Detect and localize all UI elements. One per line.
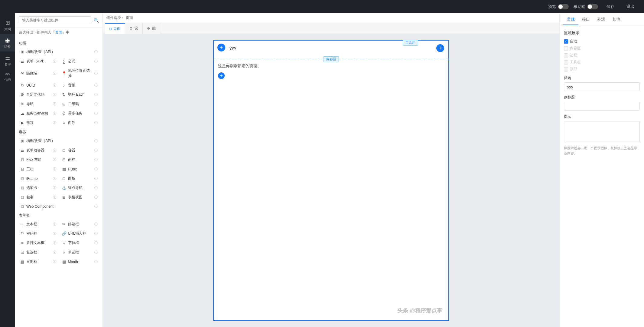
info-icon[interactable]: ⓘ [53, 241, 56, 245]
list-item[interactable]: □ 面板 ⓘ [59, 174, 100, 183]
info-icon[interactable]: ⓘ [53, 157, 56, 162]
sidebar-item-code[interactable]: </> 代码 [0, 69, 15, 84]
list-item[interactable]: □ 包裹 ⓘ [18, 193, 59, 202]
list-item[interactable]: ☰ 表单（API） ⓘ [18, 57, 59, 66]
list-item[interactable]: ▶ 视频 ⓘ [18, 118, 59, 127]
list-item[interactable]: □ iFrame ⓘ [18, 174, 59, 183]
checkbox-top-box[interactable] [564, 67, 568, 71]
info-icon[interactable]: ⓘ [53, 71, 56, 76]
list-item[interactable]: ⚓ 锚点导航 ⓘ [59, 183, 100, 192]
list-item[interactable]: ⊡ 选项卡 ⓘ [18, 183, 59, 192]
info-icon[interactable]: ⓘ [53, 121, 56, 125]
list-item[interactable]: 👁 隐藏域 ⓘ [18, 66, 59, 80]
info-icon[interactable]: ⓘ [94, 157, 98, 162]
info-icon[interactable]: ⓘ [53, 167, 56, 171]
sidebar-item-dashboard[interactable]: ⊞ 大纲 [0, 16, 15, 34]
info-icon[interactable]: ⓘ [94, 102, 98, 106]
tab-other[interactable]: 其他 [609, 17, 624, 25]
list-item[interactable]: ▽ 下拉框 ⓘ [59, 239, 100, 247]
list-item[interactable]: ♪ 音频 ⓘ [59, 81, 100, 90]
info-icon[interactable]: ⓘ [94, 50, 98, 54]
list-item[interactable]: □ Web Component ⓘ [18, 202, 100, 210]
info-icon[interactable]: ⓘ [53, 176, 56, 181]
hint-textarea[interactable] [564, 121, 640, 142]
checkbox-toolbar-box[interactable] [564, 60, 568, 64]
list-item[interactable]: ≡ 导航 ⓘ [18, 100, 59, 108]
list-item[interactable]: ☁ 服务(Service) ⓘ [18, 109, 59, 118]
tab-ability[interactable]: ⚙ 能 [143, 23, 160, 34]
info-icon[interactable]: ⓘ [53, 259, 56, 264]
info-icon[interactable]: ⓘ [94, 139, 98, 143]
tab-interface[interactable]: 接口 [578, 17, 594, 25]
info-icon[interactable]: ⓘ [53, 102, 56, 106]
save-button[interactable]: 保存 [603, 3, 618, 11]
tab-settings[interactable]: ⚙ 设 [125, 23, 143, 34]
title-input[interactable] [564, 82, 640, 91]
info-icon[interactable]: ⓘ [94, 176, 98, 181]
search-input[interactable] [19, 16, 91, 24]
info-icon[interactable]: ⓘ [94, 231, 98, 236]
add-page-top-button[interactable]: + [217, 44, 225, 51]
tab-regular[interactable]: 常规 [563, 17, 578, 25]
exit-button[interactable]: 退出 [623, 3, 638, 11]
search-icon[interactable]: 🔍 [94, 18, 99, 23]
list-item[interactable]: ** 密码框 ⓘ [18, 229, 59, 238]
info-icon[interactable]: ⓘ [94, 259, 98, 264]
info-icon[interactable]: ⓘ [94, 241, 98, 245]
list-item[interactable]: ⊟ 三栏 ⓘ [18, 165, 59, 173]
info-icon[interactable]: ⓘ [53, 186, 56, 190]
info-icon[interactable]: ⓘ [94, 71, 98, 76]
info-icon[interactable]: ⓘ [94, 167, 98, 171]
mobile-toggle[interactable] [587, 4, 598, 9]
list-item[interactable]: ▦ 日期框 ⓘ [18, 257, 59, 266]
list-item[interactable]: ☰ 表单项容器 ⓘ [18, 146, 59, 155]
list-item[interactable]: ○ 单选框 ⓘ [59, 248, 100, 257]
info-icon[interactable]: ⓘ [94, 204, 98, 209]
list-item[interactable]: ▦ Month ⓘ [59, 257, 100, 266]
list-item[interactable]: ⊞ 增删/改查（API） ⓘ [18, 48, 100, 56]
list-item[interactable]: ⊞ 增删/改查（API） ⓘ [18, 137, 100, 145]
info-icon[interactable]: ⓘ [53, 92, 56, 97]
list-item[interactable]: ⟳ UUID ⓘ [18, 81, 59, 90]
list-item[interactable]: >_ 文本框 ⓘ [18, 220, 59, 229]
list-item[interactable]: 📍 地理位置直选择 ⓘ [59, 66, 100, 80]
info-icon[interactable]: ⓘ [94, 83, 98, 88]
info-icon[interactable]: ⓘ [94, 250, 98, 255]
add-page-right-button[interactable]: + [436, 44, 444, 52]
checkbox-auto-box[interactable] [564, 39, 568, 44]
list-item[interactable]: ⊞ 二维码 ⓘ [59, 100, 100, 108]
info-icon[interactable]: ⓘ [94, 111, 98, 116]
list-item[interactable]: ⊟ Flex 布局 ⓘ [18, 155, 59, 164]
list-item[interactable]: □ 容器 ⓘ [59, 146, 100, 155]
list-item[interactable]: ≡ 多行文本框 ⓘ [18, 239, 59, 247]
list-item[interactable]: ≡ 向导 ⓘ [59, 118, 100, 127]
list-item[interactable]: ⏱ 异步任务 ⓘ [59, 109, 100, 118]
checkbox-content-box[interactable] [564, 46, 568, 51]
info-icon[interactable]: ⓘ [53, 83, 56, 88]
info-icon[interactable]: ⓘ [94, 121, 98, 125]
subtitle-input[interactable] [564, 102, 640, 111]
info-icon[interactable]: ⓘ [53, 59, 56, 64]
info-icon[interactable]: ⓘ [94, 92, 98, 97]
list-item[interactable]: ▦ HBox ⓘ [59, 165, 100, 173]
info-icon[interactable]: ⓘ [53, 111, 56, 116]
tab-appearance[interactable]: 外观 [594, 17, 609, 25]
info-icon[interactable]: ⓘ [53, 250, 56, 255]
list-item[interactable]: ∑ 公式 ⓘ [59, 57, 100, 66]
tab-page[interactable]: □ 页面 [105, 23, 125, 34]
info-icon[interactable]: ⓘ [53, 222, 56, 226]
list-item[interactable]: ⚙ 自定义代码 ⓘ [18, 90, 59, 99]
list-item[interactable]: ⊞ 两栏 ⓘ [59, 155, 100, 164]
info-icon[interactable]: ⓘ [53, 148, 56, 153]
info-icon[interactable]: ⓘ [94, 148, 98, 153]
preview-toggle[interactable] [558, 4, 569, 9]
sidebar-item-component[interactable]: ◉ 组件 [0, 34, 15, 51]
info-icon[interactable]: ⓘ [53, 231, 56, 236]
info-icon[interactable]: ⓘ [94, 222, 98, 226]
checkbox-sidebar-box[interactable] [564, 53, 568, 58]
sidebar-item-name[interactable]: ☰ 名字 [0, 51, 15, 69]
info-icon[interactable]: ⓘ [94, 195, 98, 200]
add-content-button[interactable]: + [218, 72, 225, 79]
list-item[interactable]: ☑ 复选框 ⓘ [18, 248, 59, 257]
info-icon[interactable]: ⓘ [94, 186, 98, 190]
